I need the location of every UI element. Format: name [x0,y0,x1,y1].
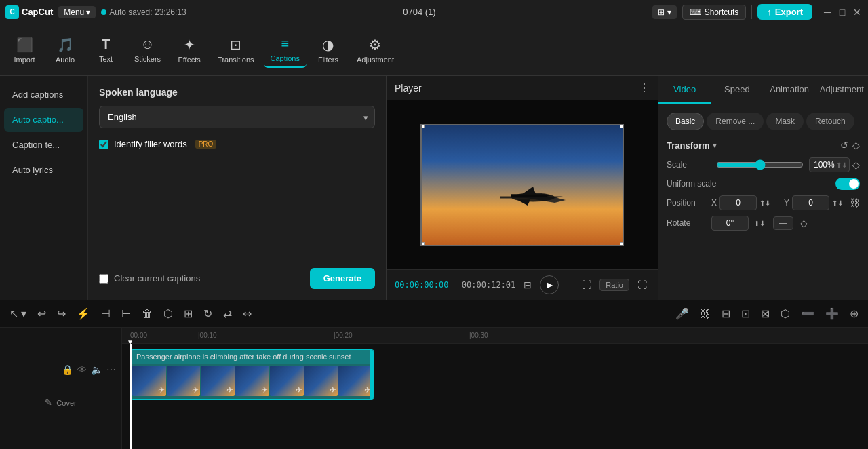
corner-handle-br[interactable] [620,242,624,246]
topbar: C CapCut Menu ▾ Auto saved: 23:26:13 070… [0,0,868,24]
mute-button[interactable]: 🔈 [91,364,102,375]
tab-animation[interactable]: Animation [764,76,816,104]
corner-handle-tl[interactable] [420,124,425,128]
transform-timeline-button[interactable]: ⇔ [239,305,256,323]
maximize-button[interactable]: □ [837,7,848,18]
subtab-remove[interactable]: Remove ... [707,113,764,130]
airplane-svg [461,170,583,224]
close-button[interactable]: ✕ [852,7,863,18]
crop-button[interactable]: ⛶ [579,277,594,293]
microphone-button[interactable]: 🎤 [671,305,693,323]
snap-button[interactable]: ⊟ [717,305,734,323]
rotate-flip-button[interactable]: — [773,216,793,230]
tab-speed[interactable]: Speed [711,76,763,104]
clear-captions-checkbox[interactable] [99,274,108,284]
split-audio-button[interactable]: ⊠ [757,305,774,323]
timeline-ruler: 00:00 |00:10 |00:20 |00:30 [122,328,868,344]
fullscreen-button[interactable]: ⛶ [635,277,650,293]
zoom-in-button[interactable]: ➕ [821,305,843,323]
transform-diamond-button[interactable]: ◇ [852,140,860,151]
track-more-button[interactable]: ⋯ [106,364,116,375]
corner-handle-tr[interactable] [620,124,624,128]
position-y-input[interactable] [792,195,829,210]
zoom-out-button[interactable]: ➖ [797,305,818,323]
redo-button[interactable]: ↪ [53,305,70,323]
tab-adjustment[interactable]: Adjustment [816,76,868,104]
position-link-button[interactable]: ⛓ [850,197,859,208]
video-clip[interactable]: Passenger airplane is climbing after tak… [130,349,374,400]
generate-button[interactable]: Generate [310,268,375,289]
captions-icon: ≡ [281,36,289,52]
sidebar-item-auto-lyrics[interactable]: Auto lyrics [4,158,83,182]
undo-button[interactable]: ↩ [33,305,50,323]
crop-timeline-button[interactable]: ⊞ [180,305,197,323]
subtab-retouch[interactable]: Retouch [806,113,854,130]
rotate-input[interactable] [711,216,749,231]
link-clips-button[interactable]: ⛓ [696,305,715,323]
select-tool-button[interactable]: ↖ ▾ [5,305,31,323]
menu-button[interactable]: Menu ▾ [58,6,96,18]
fit-button[interactable]: ⊕ [846,305,863,323]
timeline-content: 🔒 👁 🔈 ⋯ ✎ Cover 00:00 |00:10 |00:20 |00:… [0,328,868,449]
scale-slider[interactable] [716,159,804,170]
flip-button[interactable]: ⇄ [219,305,236,323]
corner-handle-bl[interactable] [420,242,425,246]
clear-captions-label: Clear current captions [114,273,200,284]
trim-button[interactable]: ⊣ [97,305,115,323]
toolbar-import[interactable]: ⬛ Import [5,33,43,68]
toolbar-audio[interactable]: 🎵 Audio [46,33,84,68]
position-x-input[interactable] [719,195,757,210]
player-menu-button[interactable]: ⋮ [639,81,650,94]
rotate-timeline-button[interactable]: ↻ [199,305,216,323]
sidebar-item-add-captions[interactable]: Add captions [4,83,83,106]
split-button[interactable]: ⚡ [73,305,94,323]
export-button[interactable]: ↑ Export [757,4,812,20]
play-button[interactable]: ▶ [540,275,559,294]
toolbar-transitions[interactable]: ⊡ Transitions [211,33,260,68]
visibility-button[interactable]: 👁 [77,364,87,375]
rotate-row: Rotate ⬆⬇ — ◇ [667,216,860,231]
main-toolbar: ⬛ Import 🎵 Audio T Text ☺ Stickers ✦ Eff… [0,24,868,76]
language-select[interactable]: English Spanish French German Japanese C… [99,106,375,128]
transform-reset-button[interactable]: ↺ [840,140,848,151]
ratio-button[interactable]: Ratio [599,279,629,291]
video-frame-inner [422,125,623,245]
cover-label-row: ✎ Cover [0,395,121,410]
ruler-spacer [0,328,121,344]
playhead[interactable] [130,344,132,449]
minimize-button[interactable]: ─ [822,7,833,18]
toolbar-filters[interactable]: ◑ Filters [309,33,347,68]
toolbar-text[interactable]: T Text [87,33,125,67]
panel-layout: Add captions Auto captio... Caption te..… [0,76,386,300]
tab-video[interactable]: Video [658,76,711,104]
toolbar-effects[interactable]: ✦ Effects [170,33,208,68]
timeline-view-button[interactable]: ⊟ [521,277,534,293]
trim-right-button[interactable]: ⊢ [117,305,135,323]
toolbar-adjustment[interactable]: ⚙ Adjustment [350,33,401,68]
identify-filler-checkbox[interactable] [99,140,108,149]
subtab-mask[interactable]: Mask [766,113,804,130]
rotate-reset-button[interactable]: ◇ [800,218,808,229]
clip-end-handle[interactable] [370,350,374,399]
sidebar-item-caption-text[interactable]: Caption te... [4,133,83,157]
toolbar-stickers[interactable]: ☺ Stickers [127,33,167,67]
shortcuts-button[interactable]: ⌨ Shortcuts [682,5,747,20]
delete-button[interactable]: 🗑 [138,305,157,323]
clip-speed-button[interactable]: ⬡ [776,305,794,323]
grid-view-button[interactable]: ⊞ ▾ [652,5,676,19]
video-thumbnails [131,364,374,397]
scale-reset-button[interactable]: ◇ [852,159,860,170]
thumb-4 [235,366,269,396]
sidebar-item-auto-captions[interactable]: Auto captio... [4,108,83,132]
toolbar-captions[interactable]: ≡ Captions [264,32,307,68]
magnetic-button[interactable]: ⊡ [737,305,754,323]
subtab-basic[interactable]: Basic [667,113,704,130]
text-icon: T [102,37,110,52]
lock-track-button[interactable]: 🔒 [62,364,73,375]
window-controls: ─ □ ✕ [822,7,863,18]
marker-button[interactable]: ⬡ [159,305,177,323]
left-sidebar: Add captions Auto captio... Caption te..… [0,76,88,300]
timeline-track-labels: 🔒 👁 🔈 ⋯ ✎ Cover [0,328,122,449]
uniform-scale-label: Uniform scale [667,179,716,189]
uniform-scale-toggle[interactable] [835,178,860,190]
